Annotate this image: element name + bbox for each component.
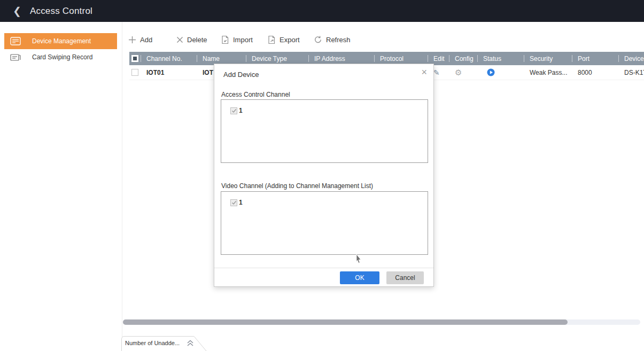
video-channel-label: Video Channel (Adding to Channel Managem… (221, 182, 373, 190)
access-control-channel-label: Access Control Channel (221, 91, 290, 98)
row-checkbox-cell (129, 65, 141, 80)
plus-icon (128, 36, 136, 44)
close-icon[interactable]: × (421, 67, 427, 77)
back-chevron-icon[interactable]: ❮ (13, 6, 21, 16)
import-doc-icon (221, 35, 229, 44)
delete-button[interactable]: Delete (176, 33, 207, 46)
sidebar-item-label: Card Swiping Record (32, 53, 92, 61)
col-config: Config (449, 52, 477, 65)
col-channel-no: Channel No. (141, 52, 197, 65)
import-button-label: Import (233, 36, 253, 44)
channel-option-label: 1 (239, 107, 243, 114)
cell-device-model: DS-K1T6 (618, 65, 644, 80)
access-control-channel-list: 1 (221, 99, 428, 163)
row-checkbox[interactable] (131, 69, 138, 76)
channel-option-row: 1 (230, 199, 243, 206)
channel-option-row: 1 (230, 107, 243, 114)
cell-security: Weak Pass... (524, 65, 572, 80)
sidebar: Device Management Card Swiping Record (0, 22, 122, 351)
dialog-title: Add Device (223, 71, 259, 79)
unadded-devices-tab[interactable]: Number of Unadde... (121, 335, 207, 351)
x-icon (176, 36, 183, 43)
chevron-double-up-icon[interactable] (185, 339, 195, 349)
delete-button-label: Delete (187, 36, 207, 44)
device-panel-icon (10, 37, 21, 45)
access-control-window: ❮ Access Control Device Management (0, 0, 644, 351)
export-doc-icon (267, 35, 276, 44)
select-all-checkbox[interactable] (131, 55, 138, 62)
table-header-checkbox-cell (129, 52, 141, 65)
topbar: ❮ Access Control (0, 0, 644, 22)
channel-option-label: 1 (239, 199, 243, 206)
col-security: Security (524, 52, 572, 65)
export-button[interactable]: Export (267, 33, 300, 46)
channel-1-checkbox[interactable] (230, 107, 237, 114)
gear-icon[interactable]: ⚙ (455, 68, 462, 76)
horizontal-scrollbar-track[interactable] (123, 319, 640, 325)
unadded-devices-tab-label: Number of Unadde... (125, 340, 180, 346)
ok-button[interactable]: OK (340, 271, 379, 284)
card-record-icon (10, 53, 21, 61)
col-status: Status (477, 52, 524, 65)
refresh-button[interactable]: Refresh (314, 33, 351, 46)
add-button[interactable]: Add (128, 33, 152, 46)
dialog-footer-divider (214, 268, 433, 268)
sidebar-item-card-swiping-record[interactable]: Card Swiping Record (4, 49, 117, 65)
add-button-label: Add (140, 36, 152, 44)
col-device-model: Device M (618, 52, 644, 65)
export-button-label: Export (280, 36, 300, 44)
sidebar-item-label: Device Management (32, 37, 91, 45)
sidebar-item-device-management[interactable]: Device Management (4, 33, 117, 49)
add-device-dialog: Add Device × Access Control Channel 1 Vi… (214, 64, 434, 287)
play-status-icon[interactable] (487, 68, 495, 76)
video-channel-list: 1 (221, 191, 428, 255)
cell-channel-no: IOT01 (141, 65, 197, 80)
cancel-button[interactable]: Cancel (386, 271, 424, 284)
video-channel-1-checkbox[interactable] (230, 199, 237, 206)
col-port: Port (572, 52, 618, 65)
cell-status (477, 65, 524, 80)
cell-port: 8000 (572, 65, 618, 80)
refresh-icon (314, 35, 322, 44)
refresh-button-label: Refresh (326, 36, 351, 44)
horizontal-scrollbar-thumb[interactable] (123, 319, 568, 325)
pencil-icon[interactable]: ✎ (433, 69, 440, 76)
cell-config: ⚙ (449, 65, 477, 80)
import-button[interactable]: Import (221, 33, 253, 46)
page-title: Access Control (30, 6, 92, 17)
